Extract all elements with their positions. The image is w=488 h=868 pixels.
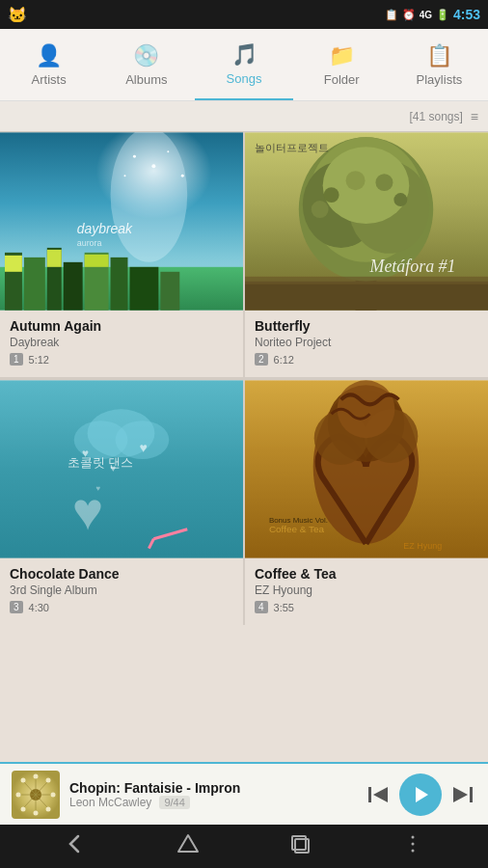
song-row-2: ♥ ♥ ♥ ♥ ♥ 초콜릿 댄스 Chocolate Dance 3rd Sin… <box>0 377 488 625</box>
svg-point-70 <box>46 777 51 782</box>
home-button[interactable] <box>176 832 200 860</box>
song-row-1: daybreak aurora Autumn Again Daybreak 1 … <box>0 132 488 377</box>
svg-rect-34 <box>245 282 488 311</box>
now-playing-title: Chopin: Fantaisie - Impron <box>69 780 240 796</box>
song-meta-chocolate: 3 4:30 <box>10 601 233 613</box>
svg-marker-78 <box>373 787 388 802</box>
svg-rect-14 <box>111 258 128 311</box>
sort-icon[interactable]: ≡ <box>471 109 478 124</box>
svg-point-7 <box>111 132 188 262</box>
svg-rect-12 <box>64 262 83 311</box>
svg-point-86 <box>411 843 414 846</box>
nav-bar <box>0 825 488 868</box>
recent-apps-button[interactable] <box>288 832 312 860</box>
now-playing-track: 9/44 <box>159 796 189 809</box>
albums-icon: 💿 <box>133 43 159 68</box>
track-num-chocolate: 3 <box>10 601 23 613</box>
song-title-chocolate: Chocolate Dance <box>10 566 233 582</box>
song-meta-coffee: 4 3:55 <box>255 601 478 613</box>
song-title-coffee: Coffee & Tea <box>255 566 478 582</box>
svg-point-31 <box>375 174 393 191</box>
status-bar-right: 📋 ⏰ 4G 🔋 4:53 <box>385 7 480 22</box>
svg-text:♥: ♥ <box>72 481 104 541</box>
song-card-coffee[interactable]: Bonus Music Vol. Coffee & Tea EZ Hyung C… <box>245 380 488 625</box>
now-playing-info: Chopin: Fantaisie - Impron Leon McCawley… <box>69 780 355 809</box>
status-bar: 🐱 📋 ⏰ 4G 🔋 4:53 <box>0 0 488 29</box>
song-card-butterfly[interactable]: Metáfora #1 놀이터프로젝트 Butterfly Noriteo Pr… <box>245 132 488 377</box>
svg-marker-82 <box>178 835 198 852</box>
tab-albums-label: Albums <box>125 72 167 87</box>
song-art-autumn: daybreak aurora <box>0 132 243 311</box>
svg-text:daybreak: daybreak <box>77 221 133 236</box>
tab-artists-label: Artists <box>32 72 67 87</box>
tab-artists[interactable]: 👤 Artists <box>0 29 97 100</box>
svg-text:EZ Hyung: EZ Hyung <box>403 541 442 551</box>
svg-point-33 <box>312 201 329 218</box>
song-count-text: [41 songs] <box>409 110 462 123</box>
track-num-butterfly: 2 <box>255 353 268 366</box>
alarm-icon: ⏰ <box>402 9 416 21</box>
tab-playlists-label: Playlists <box>417 72 463 87</box>
svg-point-74 <box>21 806 26 811</box>
tab-folder-label: Folder <box>324 72 360 87</box>
tab-playlists[interactable]: 📋 Playlists <box>391 29 488 100</box>
song-art-chocolate: ♥ ♥ ♥ ♥ ♥ 초콜릿 댄스 <box>0 380 243 558</box>
song-artist-autumn: Daybreak <box>10 336 233 349</box>
more-options-button[interactable] <box>401 832 424 860</box>
android-logo-icon: 🐱 <box>8 6 27 24</box>
song-info-chocolate: Chocolate Dance 3rd Single Album 3 4:30 <box>0 558 243 625</box>
svg-point-69 <box>34 773 39 778</box>
track-num-autumn: 1 <box>10 353 23 366</box>
battery-icon: 🔋 <box>436 9 449 21</box>
song-duration-autumn: 5:12 <box>29 354 49 366</box>
tab-songs-label: Songs <box>227 71 262 86</box>
svg-rect-77 <box>368 787 371 802</box>
songs-icon: 🎵 <box>231 42 258 68</box>
song-title-autumn: Autumn Again <box>10 318 233 334</box>
svg-point-28 <box>323 147 410 224</box>
tab-folder[interactable]: 📁 Folder <box>293 29 391 100</box>
back-button[interactable] <box>64 832 87 860</box>
status-time: 4:53 <box>453 7 480 22</box>
svg-point-29 <box>324 187 339 203</box>
svg-text:Coffee & Tea: Coffee & Tea <box>269 524 325 534</box>
svg-text:놀이터프로젝트: 놀이터프로젝트 <box>255 142 329 153</box>
4g-label: 4G <box>420 10 432 20</box>
tab-albums[interactable]: 💿 Albums <box>97 29 195 100</box>
artists-icon: 👤 <box>36 43 62 68</box>
svg-rect-19 <box>85 255 109 267</box>
tab-songs[interactable]: 🎵 Songs <box>195 29 292 100</box>
playlists-icon: 📋 <box>426 43 452 68</box>
song-artist-coffee: EZ Hyoung <box>255 583 478 597</box>
song-title-butterfly: Butterfly <box>255 318 478 334</box>
next-button[interactable] <box>449 781 476 808</box>
svg-text:♥: ♥ <box>139 440 147 455</box>
svg-point-73 <box>34 810 39 815</box>
now-playing-artist: Leon McCawley <box>69 796 151 809</box>
track-num-coffee: 4 <box>255 601 268 613</box>
prev-button[interactable] <box>365 781 392 808</box>
now-playing-bar[interactable]: Chopin: Fantaisie - Impron Leon McCawley… <box>0 762 488 825</box>
svg-point-32 <box>393 193 407 206</box>
svg-point-30 <box>346 171 366 190</box>
play-button[interactable] <box>399 773 442 816</box>
song-grid: daybreak aurora Autumn Again Daybreak 1 … <box>0 132 488 796</box>
svg-rect-35 <box>245 277 488 285</box>
svg-text:초콜릿 댄스: 초콜릿 댄스 <box>68 455 134 470</box>
song-duration-coffee: 3:55 <box>274 602 294 613</box>
sim-icon: 📋 <box>385 9 398 21</box>
song-meta-autumn: 1 5:12 <box>10 353 233 366</box>
now-playing-artwork <box>12 771 60 819</box>
svg-rect-16 <box>160 272 179 311</box>
now-playing-controls <box>365 773 476 816</box>
status-bar-left: 🐱 <box>8 6 27 24</box>
song-card-chocolate[interactable]: ♥ ♥ ♥ ♥ ♥ 초콜릿 댄스 Chocolate Dance 3rd Sin… <box>0 380 245 625</box>
svg-point-76 <box>21 777 26 782</box>
svg-rect-80 <box>470 787 473 802</box>
song-info-autumn: Autumn Again Daybreak 1 5:12 <box>0 311 243 377</box>
song-info-coffee: Coffee & Tea EZ Hyoung 4 3:55 <box>245 558 488 625</box>
song-card-autumn[interactable]: daybreak aurora Autumn Again Daybreak 1 … <box>0 132 245 377</box>
folder-icon: 📁 <box>329 43 355 68</box>
svg-point-71 <box>51 792 56 797</box>
svg-marker-79 <box>416 787 428 802</box>
